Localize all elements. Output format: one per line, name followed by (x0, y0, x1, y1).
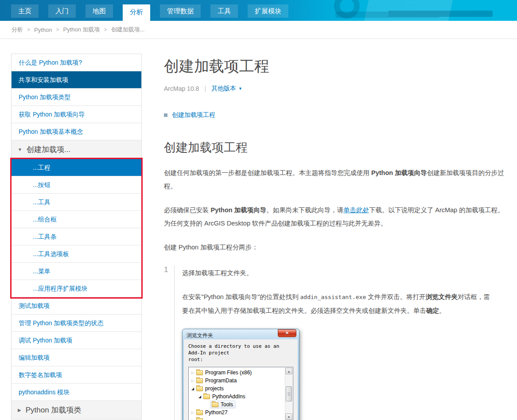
breadcrumb-item-current: 创建加载项... (111, 26, 145, 34)
tree-label: PythonAddIns (212, 393, 245, 400)
tab-extensions[interactable]: 扩展模块 (248, 4, 288, 18)
tree-row-tools-selected: Tools (190, 401, 284, 408)
sidebar-nav: 什么是 Python 加载项? 共享和安装加载项 Python 加载项类型 获取… (11, 54, 142, 420)
close-icon: ✕ (278, 329, 296, 337)
sidebar-subitem-tool-palette[interactable]: ...工具选项板 (12, 245, 141, 263)
instruction-line: Choose a directory to use as an Add-In p… (188, 343, 293, 356)
tab-home[interactable]: 主页 (11, 4, 39, 18)
nav-tabs: 主页 入门 地图 分析 管理数据 工具 扩展模块 (0, 0, 517, 21)
dialog-instruction: Choose a directory to use as an Add-In p… (188, 343, 293, 363)
page-content: 什么是 Python 加载项? 共享和安装加载项 Python 加载项类型 获取… (0, 39, 517, 420)
tree-row-program-files: ▷ Program Files (x86) (190, 369, 284, 377)
folder-tree: ▷ Program Files (x86) ▷ ProgramData (188, 367, 293, 420)
step-number: 1 (164, 265, 175, 420)
sidebar-subitem-combobox[interactable]: ...组合框 (12, 211, 141, 228)
sidebar-subitem-app-extension[interactable]: ...应用程序扩展模块 (12, 280, 141, 297)
tree-row-pythonaddins: ◢ PythonAddIns (190, 393, 284, 401)
tree-label: Tools (221, 401, 233, 408)
caret-down-icon: ▼ (18, 140, 22, 159)
sidebar-subitem-project-selected[interactable]: ...工程 (12, 159, 141, 176)
breadcrumb-item-analyze[interactable]: 分析 (12, 26, 23, 34)
tree-label: Program Files (x86) (205, 369, 252, 376)
toc-link-create-project[interactable]: 创建加载项工程 (172, 111, 215, 119)
bold-run: 确定 (426, 307, 439, 314)
bold-run: Python 加载项向导 (211, 206, 267, 214)
sidebar-subitem-menu[interactable]: ...菜单 (12, 263, 141, 280)
tree-label: projects (205, 385, 224, 392)
sidebar-item-digital-sign[interactable]: 数字签名加载项 (12, 366, 141, 384)
paragraph-3: 创建 Python 加载项工程分两步： (164, 241, 509, 254)
sidebar-subitem-toolbar[interactable]: ...工具条 (12, 228, 141, 245)
sidebar-section-create-addin[interactable]: ▼ 创建加载项... (12, 140, 141, 159)
tab-analyze-active[interactable]: 分析 (123, 4, 150, 21)
breadcrumb-item-python-addins[interactable]: Python 加载项 (63, 26, 100, 34)
code-run: addin_assistant.exe (300, 294, 366, 300)
folder-icon (196, 370, 203, 375)
section-heading: 创建加载项工程 (164, 140, 509, 156)
tree-expanded-icon: ◢ (197, 395, 203, 399)
tree-collapsed-icon: ▷ (190, 411, 196, 415)
sidebar-section-label: Python 加载项类 (26, 401, 82, 419)
step-intro: 选择加载项工程文件夹。 (182, 266, 495, 280)
step-1: 1 选择加载项工程文件夹。 在安装"Python 加载项向导"的位置处找到 ad… (164, 265, 509, 420)
tree-expanded-icon: ◢ (190, 387, 196, 391)
tree-collapsed-icon: ▷ (190, 419, 196, 420)
tab-get-started[interactable]: 入门 (48, 4, 76, 18)
sidebar-item-share-install-active[interactable]: 共享和安装加载项 (12, 71, 141, 89)
sidebar-subitem-button[interactable]: ...按钮 (12, 176, 141, 194)
sidebar-item-what-is[interactable]: 什么是 Python 加载项? (12, 54, 141, 71)
sidebar-subitem-tool[interactable]: ...工具 (12, 194, 141, 211)
square-bullet-icon (164, 113, 167, 117)
scroll-up-icon: ▲ (285, 368, 292, 374)
tab-map[interactable]: 地图 (86, 4, 113, 18)
sidebar-item-pythonaddins-module[interactable]: pythonaddins 模块 (12, 384, 141, 401)
breadcrumb-separator: > (27, 27, 30, 33)
browse-folder-dialog: 浏览文件夹 ✕ Choose a directory to use as an … (182, 329, 299, 420)
dialog-client-area: Choose a directory to use as an Add-In p… (184, 339, 298, 420)
selected-tree-node: Tools (210, 401, 236, 408)
tree-scrollbar: ▲ ▼ (285, 368, 292, 420)
in-page-toc: 创建加载项工程 (164, 111, 509, 119)
step-paragraph: 在安装"Python 加载项向导"的位置处找到 addin_assistant.… (182, 290, 495, 317)
sidebar-item-addin-types[interactable]: Python 加载项类型 (12, 89, 141, 106)
paragraph-1: 创建任何加载项的第一步都是创建加载项工程。本主题将指导您完成使用 Python … (164, 166, 509, 193)
sidebar-item-manage-state[interactable]: 管理 Python 加载项类型的状态 (12, 315, 141, 332)
instruction-line: root: (188, 356, 293, 363)
sidebar-item-concepts[interactable]: Python 加载项基本概念 (12, 123, 141, 140)
text-run: 创建任何加载项的第一步都是创建加载项工程。本主题将指导您完成使用 (164, 169, 371, 176)
breadcrumb-item-python[interactable]: Python (34, 27, 52, 33)
breadcrumb: 分析 > Python > Python 加载项 > 创建加载项... (0, 21, 517, 39)
folder-icon (196, 386, 203, 391)
tree-row-clipped: ▷ (190, 416, 284, 420)
tree-row-programdata: ▷ ProgramData (190, 377, 284, 385)
tab-manage-data[interactable]: 管理数据 (160, 4, 201, 18)
tree-label: ProgramData (205, 377, 237, 384)
sidebar-item-get-wizard[interactable]: 获取 Python 加载项向导 (12, 106, 141, 123)
sidebar-item-edit[interactable]: 编辑加载项 (12, 349, 141, 366)
step-body: 选择加载项工程文件夹。 在安装"Python 加载项向导"的位置处找到 addi… (175, 265, 495, 420)
sidebar-item-debug[interactable]: 调试 Python 加载项 (12, 332, 141, 349)
sidebar-section-label: 创建加载项... (27, 140, 70, 159)
tree-collapsed-icon: ▷ (190, 371, 196, 375)
text-run: 文件并双击。将打开 (366, 293, 426, 300)
tree-row-python27: ▷ Python27 (190, 408, 284, 416)
bold-run: 浏览文件夹 (426, 293, 458, 300)
sidebar-item-test-addin[interactable]: 测试加载项 (12, 297, 141, 315)
dialog-screenshot: 浏览文件夹 ✕ Choose a directory to use as an … (182, 329, 299, 420)
scrollbar-thumb (286, 386, 292, 401)
other-versions-dropdown[interactable]: 其他版本 (211, 85, 236, 93)
sidebar-section-addin-classes[interactable]: ▶ Python 加载项类 (12, 401, 141, 420)
chevron-down-icon: ▼ (238, 86, 242, 91)
folder-icon (196, 410, 203, 415)
caret-right-icon: ▶ (18, 401, 21, 419)
folder-icon (212, 402, 218, 407)
paragraph-2: 必须确保已安装 Python 加载项向导。如果尚未下载此向导，请单击此处下载。以… (164, 203, 509, 230)
tab-tools[interactable]: 工具 (210, 4, 238, 18)
meta-divider: | (204, 85, 206, 92)
top-navbar: 主页 入门 地图 分析 管理数据 工具 扩展模块 (0, 0, 517, 21)
page-title: 创建加载项工程 (164, 56, 509, 77)
click-here-link[interactable]: 单击此处 (343, 206, 369, 214)
breadcrumb-separator: > (104, 27, 107, 33)
main-article: 创建加载项工程 ArcMap 10.8 | 其他版本 ▼ 创建加载项工程 创建加… (164, 54, 509, 420)
tree-label: Python27 (205, 409, 228, 416)
